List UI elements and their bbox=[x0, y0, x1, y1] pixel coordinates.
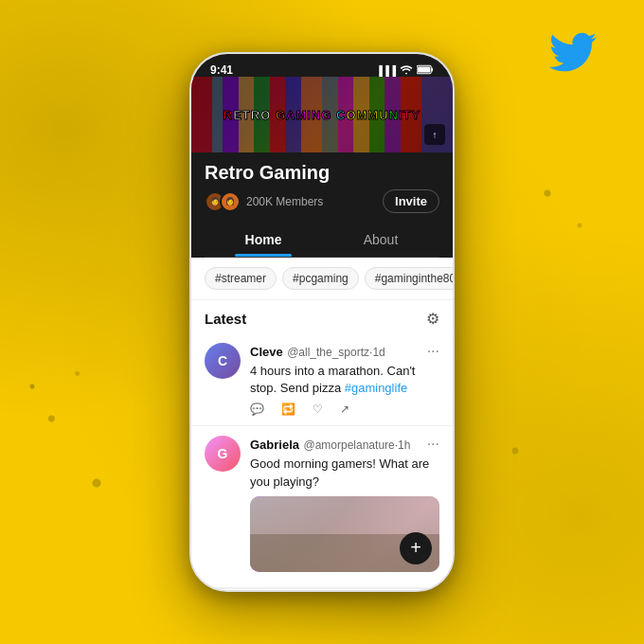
status-time: 9:41 bbox=[210, 63, 233, 77]
tweet-body-cleve: Cleve @all_the_sportz·1d ··· 4 hours int… bbox=[250, 343, 439, 416]
signal-icon: ▐▐▐ bbox=[376, 65, 396, 76]
tweet-user-info-2: Gabriela @amorpelanature·1h bbox=[250, 436, 410, 453]
tweet-user-info: Cleve @all_the_sportz·1d bbox=[250, 343, 385, 360]
hashtag-pcgaming[interactable]: #pcgaming bbox=[282, 267, 359, 290]
tweet-text-gabriela: Good morning gamers! What are you playin… bbox=[250, 456, 439, 490]
tweet-more-gabriela[interactable]: ··· bbox=[427, 436, 439, 453]
community-info-section: Retro Gaming 🧑 👩 200K Members Invite Hom… bbox=[191, 152, 453, 258]
tweet-image-gabriela: + bbox=[250, 496, 439, 572]
share-action[interactable]: ↗ bbox=[340, 402, 349, 416]
hashtag-streamer[interactable]: #streamer bbox=[205, 267, 277, 290]
retweet-action[interactable]: 🔁 bbox=[281, 402, 295, 416]
community-tabs: Home About bbox=[205, 223, 439, 258]
tweet-item-cleve: C Cleve @all_the_sportz·1d ··· 4 hours i… bbox=[191, 333, 453, 426]
community-name: Retro Gaming bbox=[205, 162, 439, 184]
hashtag-row: #streamer #pcgaming #gaminginthe80s #nin… bbox=[191, 258, 453, 300]
latest-title: Latest bbox=[205, 311, 246, 327]
status-bar: 9:41 ▐▐▐ bbox=[191, 54, 453, 77]
avatars-members: 🧑 👩 200K Members bbox=[205, 191, 323, 212]
tweet-more-cleve[interactable]: ··· bbox=[427, 343, 439, 360]
avatar-2: 👩 bbox=[220, 191, 241, 212]
tweet-avatar-cleve: C bbox=[205, 343, 241, 379]
hashtag-gaminginthe80s[interactable]: #gaminginthe80s bbox=[365, 267, 453, 290]
tweet-body-gabriela: Gabriela @amorpelanature·1h ··· Good mor… bbox=[250, 436, 439, 577]
bottom-navigation bbox=[191, 588, 453, 592]
member-row: 🧑 👩 200K Members Invite bbox=[205, 189, 439, 213]
tweet-header-gabriela: Gabriela @amorpelanature·1h ··· bbox=[250, 436, 439, 453]
tweet-text-cleve: 4 hours into a marathon. Can't stop. Sen… bbox=[250, 363, 439, 397]
member-count: 200K Members bbox=[246, 195, 323, 208]
tweet-item-gabriela: G Gabriela @amorpelanature·1h ··· Good m… bbox=[191, 426, 453, 587]
tab-about[interactable]: About bbox=[322, 223, 439, 257]
community-banner: RETRO GAMING COMMUNITY ↑ bbox=[191, 77, 453, 152]
reply-action[interactable]: 💬 bbox=[250, 402, 264, 416]
upload-icon[interactable]: ↑ bbox=[424, 124, 445, 145]
like-action[interactable]: ♡ bbox=[313, 402, 323, 416]
content-area: #streamer #pcgaming #gaminginthe80s #nin… bbox=[191, 258, 453, 588]
filter-icon[interactable]: ⚙ bbox=[426, 310, 439, 328]
wifi-icon bbox=[400, 64, 413, 77]
tab-home[interactable]: Home bbox=[205, 223, 322, 257]
tweet-actions-cleve: 💬 🔁 ♡ ↗ bbox=[250, 402, 439, 416]
tweet-header-cleve: Cleve @all_the_sportz·1d ··· bbox=[250, 343, 439, 360]
banner-title: RETRO GAMING COMMUNITY bbox=[224, 108, 420, 122]
battery-icon bbox=[417, 64, 434, 77]
svg-rect-1 bbox=[432, 67, 433, 71]
twitter-bird-icon bbox=[549, 28, 597, 66]
compose-fab-button[interactable]: + bbox=[400, 532, 432, 564]
phone-mockup: 9:41 ▐▐▐ RETRO GAMING COMMUNITY ↑ bbox=[189, 52, 455, 592]
latest-header: Latest ⚙ bbox=[191, 300, 453, 333]
svg-rect-2 bbox=[418, 66, 430, 72]
status-icons: ▐▐▐ bbox=[376, 64, 434, 77]
invite-button[interactable]: Invite bbox=[383, 189, 439, 213]
tweet-avatar-gabriela: G bbox=[205, 436, 241, 472]
member-avatars: 🧑 👩 bbox=[205, 191, 241, 212]
